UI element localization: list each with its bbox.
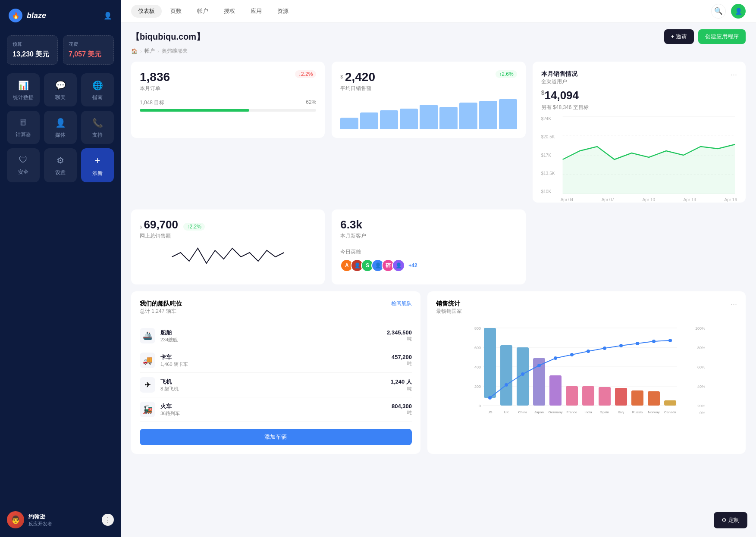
total-sales-change: ↑2.2% [183,223,204,231]
expense-value: 7,057 美元 [69,50,108,59]
breadcrumb-accounts[interactable]: 帐户 [144,47,155,55]
fleet-plane-sub: 8 架飞机 [160,386,386,392]
support-icon: 📞 [92,118,103,128]
orders-card: 1,836 本月订单 ↓2.2% 1,048 目标 62% [131,62,325,138]
bar-3 [380,110,398,129]
bottom-grid: 我们的船队吨位 总计 1,247 辆车 检阅舰队 🚢 船舶 234艘舰 2,34… [131,291,746,454]
tab-auth[interactable]: 授权 [217,5,242,18]
sidebar-item-settings[interactable]: ⚙ 设置 [44,148,77,182]
fleet-plane-unit: 吨 [391,386,412,392]
user-avatar-top[interactable]: 👤 [731,4,746,19]
budget-label: 预算 [13,41,52,47]
avg-sales-card: $ 2,420 平均日销售额 ↑2.6% [332,62,525,138]
main-content: 仪表板 页数 帐户 授权 应用 资源 🔍 👤 【biqubiqu.com】 + … [121,0,756,537]
sidebar-item-security[interactable]: 🛡 安全 [7,148,40,182]
bar-india [582,386,594,406]
bar-6 [439,107,458,130]
svg-text:600: 600 [474,346,481,350]
total-sales-card: $ 69,700 ↑2.2% 网上总销售额 [131,209,325,284]
mini-bar-chart [340,99,517,129]
svg-text:China: China [518,410,527,414]
bar-spain [599,387,611,406]
svg-text:800: 800 [474,326,481,331]
add-vehicle-button[interactable]: 添加车辆 [140,429,412,445]
settings-icon[interactable]: 👤 [104,12,112,20]
svg-text:80%: 80% [697,346,705,350]
fleet-truck-unit: 吨 [392,360,412,367]
support-label: 支持 [92,131,103,139]
create-app-button[interactable]: 创建应用程序 [698,29,746,44]
fleet-ship-unit: 吨 [387,336,412,342]
heroes-label: 今日英雄 [340,248,517,256]
invite-button[interactable]: + 邀请 [664,29,694,44]
settings-nav-icon: ⚙ [56,155,64,165]
statistics-icon: 📊 [18,80,29,91]
svg-point-41 [603,347,606,350]
svg-point-42 [619,344,623,347]
page-body: 【biqubiqu.com】 + 邀请 创建应用程序 🏠 › 帐户 › 奥弗维耶… [121,22,756,537]
sidebar-item-guide[interactable]: 🌐 指南 [81,73,114,106]
monthly-menu[interactable]: ··· [731,70,737,79]
stats-row: 1,836 本月订单 ↓2.2% 1,048 目标 62% [131,62,746,203]
svg-text:India: India [584,410,592,414]
sales-title: 销售统计 [436,300,462,308]
svg-text:0%: 0% [700,411,705,415]
svg-text:0: 0 [479,404,481,408]
fleet-link[interactable]: 检阅舰队 [391,300,412,307]
logo: 🔥 blaze [9,9,46,22]
progress-label-text: 1,048 目标 [140,99,164,106]
fleet-ship-sub: 234艘舰 [160,337,382,343]
progress-fill [140,109,249,112]
add-label: 添新 [92,170,103,177]
fleet-subtitle: 总计 1,247 辆车 [140,308,182,315]
svg-point-39 [570,353,574,356]
svg-text:Canada: Canada [664,410,677,414]
sidebar-item-calculator[interactable]: 🖩 计算器 [7,111,40,144]
budget-card: 预算 13,230 美元 [7,35,58,65]
sidebar-item-statistics[interactable]: 📊 统计数据 [7,73,40,106]
tab-apps[interactable]: 应用 [244,5,269,18]
sidebar-item-media[interactable]: 👤 媒体 [44,111,77,144]
customize-button[interactable]: ⚙ 定制 [714,512,747,528]
fleet-train-amount: 804,300 [392,403,412,409]
total-sales-value: 69,700 [144,218,178,231]
user-name: 约翰逊 [28,513,52,521]
bar-chart-svg: 800 600 400 200 0 100% 80% 60% 40% 20% 0… [436,324,737,418]
expense-card: 花费 7,057 美元 [63,35,114,65]
total-sales-label: 网上总销售额 [140,232,205,240]
sidebar-item-support[interactable]: 📞 支持 [81,111,114,144]
new-customers-card: 6.3k 本月新客户 今日英雄 A 👤 S 👤 碎 👤 +42 [332,209,525,284]
sidebar-item-chat[interactable]: 💬 聊天 [44,73,77,106]
svg-text:200: 200 [474,384,481,389]
user-details: 约翰逊 反应开发者 [28,513,52,527]
sidebar-item-add[interactable]: + 添新 [81,148,114,182]
user-info: 👨 约翰逊 反应开发者 [7,511,52,528]
user-avatar: 👨 [7,511,24,528]
bar-us [484,328,496,398]
hero-6: 👤 [392,259,405,272]
fleet-train-info: 火车 36路列车 [160,403,386,417]
truck-icon: 🚚 [140,353,155,368]
user-more-button[interactable]: ⋮ [102,514,114,526]
stats-row-2: $ 69,700 ↑2.2% 网上总销售额 6.3k 本月新客户 [131,209,746,284]
bar-4 [400,109,418,129]
fleet-item-ship: 🚢 船舶 234艘舰 2,345,500 吨 [140,324,412,348]
tab-accounts[interactable]: 帐户 [190,5,215,18]
new-customers-label: 本月新客户 [340,232,366,240]
ship-icon: 🚢 [140,328,155,343]
search-button[interactable]: 🔍 [711,4,726,19]
top-navigation: 仪表板 页数 帐户 授权 应用 资源 🔍 👤 [121,0,756,22]
bar-uk [500,345,512,406]
bar-5 [420,105,438,129]
tab-pages[interactable]: 页数 [163,5,188,18]
svg-text:Japan: Japan [534,410,544,414]
heroes-avatars: A 👤 S 👤 碎 👤 +42 [340,259,517,272]
fleet-item-truck: 🚚 卡车 1,460 辆卡车 457,200 吨 [140,348,412,373]
nav-grid: 📊 统计数据 💬 聊天 🌐 指南 🖩 计算器 👤 媒体 📞 支持 🛡 安全 ⚙ [0,73,121,182]
bar-chart-container: 800 600 400 200 0 100% 80% 60% 40% 20% 0… [436,324,737,418]
tab-dashboard[interactable]: 仪表板 [131,5,162,18]
fleet-train-unit: 吨 [392,409,412,416]
sales-menu[interactable]: ··· [731,300,737,309]
tab-resources[interactable]: 资源 [270,5,295,18]
budget-value: 13,230 美元 [13,50,52,59]
